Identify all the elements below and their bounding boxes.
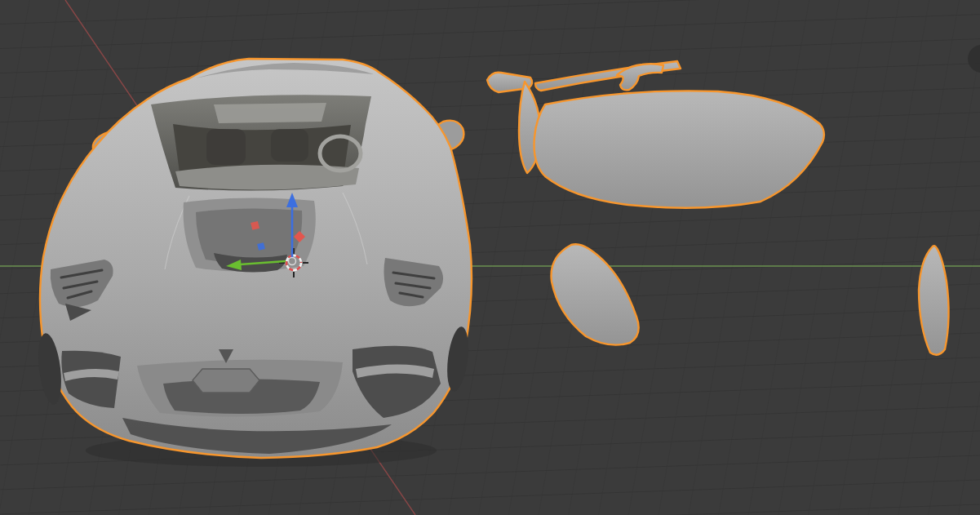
car-emblem-hexagon bbox=[193, 369, 259, 393]
viewport-3d[interactable] bbox=[0, 0, 980, 515]
car-seat-left bbox=[206, 129, 246, 165]
car-rear-glass-through bbox=[214, 103, 326, 123]
viewport-canvas[interactable] bbox=[0, 0, 980, 515]
windshield-glass-panel[interactable] bbox=[534, 91, 824, 207]
car-seat-right bbox=[271, 129, 308, 162]
